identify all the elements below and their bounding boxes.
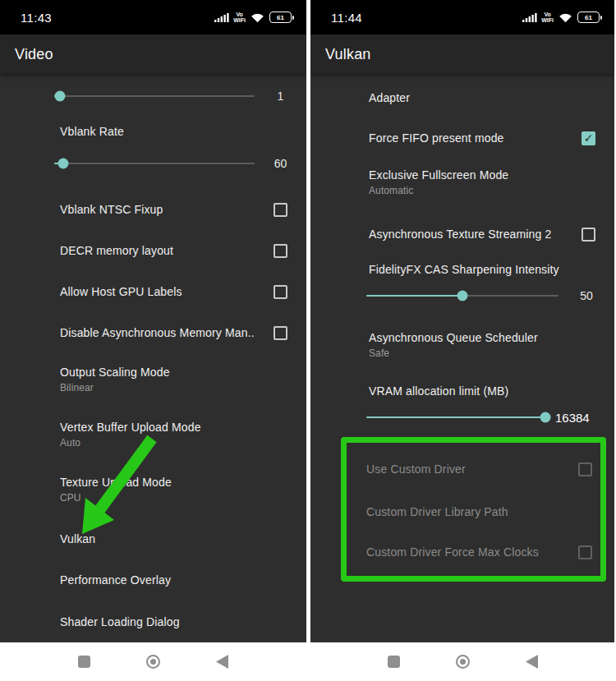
slider-track[interactable]: [54, 163, 255, 165]
screenshot-video-settings: 11:43 Vo WiFi 61 Video: [0, 0, 306, 681]
setting-shader-loading-dialog[interactable]: Shader Loading Dialog: [60, 613, 306, 631]
slider-track[interactable]: [366, 416, 549, 419]
slider-row-top: 1: [0, 84, 306, 108]
slider-thumb[interactable]: [540, 412, 550, 423]
back-button[interactable]: [214, 653, 232, 671]
page-title: Vulkan: [325, 46, 371, 63]
home-button[interactable]: [453, 653, 471, 671]
appbar-vulkan: Vulkan: [310, 35, 614, 74]
clock: 11:44: [331, 11, 362, 25]
home-icon: [146, 655, 160, 669]
slider-thumb[interactable]: [55, 91, 66, 102]
battery-icon: 61: [269, 12, 292, 23]
setting-performance-overlay[interactable]: Performance Overlay: [60, 571, 306, 589]
slider-value: 16384: [555, 411, 590, 425]
checkbox-unchecked[interactable]: [582, 228, 595, 242]
nav-bar-left: [0, 642, 306, 681]
clock: 11:43: [21, 11, 52, 25]
checkbox-unchecked[interactable]: [274, 285, 287, 299]
vulkan-settings-list[interactable]: Adapter Force FIFO present mode Exclusiv…: [310, 74, 614, 642]
wifi-icon: [558, 12, 573, 23]
setting-disable-async-memory[interactable]: Disable Asynchronous Memory Man..: [60, 319, 306, 347]
back-icon: [216, 655, 228, 669]
setting-current-value: Bilinear: [60, 382, 306, 393]
setting-async-queue-scheduler[interactable]: Asynchronous Queue Scheduler Safe: [369, 331, 614, 359]
setting-force-fifo-present-mode[interactable]: Force FIFO present mode: [369, 124, 614, 152]
appbar-video: Video: [0, 35, 306, 74]
slider-value: 50: [559, 289, 614, 302]
slider-row-vblank-rate: 60: [0, 151, 306, 176]
setting-current-value: Automatic: [369, 185, 614, 196]
setting-current-value: Safe: [369, 347, 614, 359]
page-title: Video: [15, 46, 53, 63]
checkbox-unchecked[interactable]: [274, 244, 287, 258]
setting-current-value: Auto: [60, 437, 306, 449]
recents-button[interactable]: [384, 653, 402, 671]
slider-track[interactable]: [54, 95, 255, 98]
slider-track[interactable]: [366, 295, 559, 297]
setting-vertex-buffer-upload-mode[interactable]: Vertex Buffer Upload Mode Auto: [60, 421, 306, 449]
setting-allow-host-gpu-labels[interactable]: Allow Host GPU Labels: [60, 278, 306, 306]
battery-percent: 61: [277, 14, 284, 21]
home-icon: [456, 655, 470, 669]
vowifi-indicator: Vo WiFi: [541, 12, 554, 23]
status-icons: Vo WiFi 61: [214, 12, 292, 23]
setting-label-vram-limit: VRAM allocation limit (MB): [369, 383, 614, 399]
status-bar-right: 11:44 Vo WiFi 61: [310, 0, 614, 35]
recents-icon: [78, 656, 90, 668]
slider-thumb[interactable]: [457, 291, 468, 301]
wifi-icon: [250, 12, 265, 23]
setting-exclusive-fullscreen-mode[interactable]: Exclusive Fullscreen Mode Automatic: [369, 168, 614, 196]
home-button[interactable]: [145, 653, 163, 671]
signal-strength-icon: [214, 12, 229, 23]
recents-button[interactable]: [76, 653, 94, 671]
battery-icon: 61: [577, 12, 600, 23]
setting-output-scaling-mode[interactable]: Output Scaling Mode Bilinear: [60, 366, 306, 393]
back-button[interactable]: [522, 653, 540, 671]
setting-custom-driver-force-max-clocks-disabled: Custom Driver Force Max Clocks: [347, 539, 600, 565]
video-settings-list[interactable]: 1 Vblank Rate 60 Vblank NTSC Fixup DECR …: [0, 74, 306, 642]
slider-value: 1: [255, 90, 306, 103]
setting-texture-upload-mode[interactable]: Texture Upload Mode CPU: [60, 476, 306, 504]
nav-bar-right: [310, 642, 614, 681]
battery-percent: 61: [585, 14, 592, 21]
setting-decr-memory-layout[interactable]: DECR memory layout: [60, 237, 306, 265]
checkbox-unchecked[interactable]: [274, 326, 287, 340]
slider-value: 60: [255, 157, 306, 170]
slider-thumb[interactable]: [57, 159, 68, 169]
setting-use-custom-driver-disabled: Use Custom Driver: [347, 456, 600, 482]
setting-current-value: CPU: [60, 492, 306, 504]
recents-icon: [388, 656, 400, 668]
setting-vulkan[interactable]: Vulkan: [60, 530, 306, 548]
checkbox-checked[interactable]: [582, 131, 595, 145]
status-bar-left: 11:43 Vo WiFi 61: [0, 0, 306, 35]
slider-row-vram: 16384: [310, 405, 614, 430]
screenshot-vulkan-settings: 11:44 Vo WiFi 61 Vulkan Ad: [310, 0, 614, 681]
checkbox-unchecked[interactable]: [274, 203, 287, 217]
signal-strength-icon: [522, 12, 537, 23]
setting-custom-driver-library-path-disabled: Custom Driver Library Path: [347, 499, 600, 525]
annotation-rectangle-custom-driver: Use Custom Driver Custom Driver Library …: [341, 437, 606, 582]
setting-adapter[interactable]: Adapter: [369, 89, 614, 107]
checkbox-disabled: [578, 545, 592, 559]
vowifi-indicator: Vo WiFi: [233, 12, 246, 23]
setting-vblank-ntsc-fixup[interactable]: Vblank NTSC Fixup: [60, 196, 306, 223]
setting-async-texture-streaming-2[interactable]: Asynchronous Texture Streaming 2: [369, 220, 614, 248]
status-icons: Vo WiFi 61: [522, 12, 600, 23]
setting-label-fidelityfx-cas: FidelityFX CAS Sharpening Intensity: [369, 261, 614, 278]
setting-label-vblank-rate: Vblank Rate: [60, 123, 306, 140]
checkbox-disabled: [578, 462, 592, 476]
slider-row-fidelityfx: 50: [310, 283, 614, 308]
back-icon: [526, 655, 538, 669]
